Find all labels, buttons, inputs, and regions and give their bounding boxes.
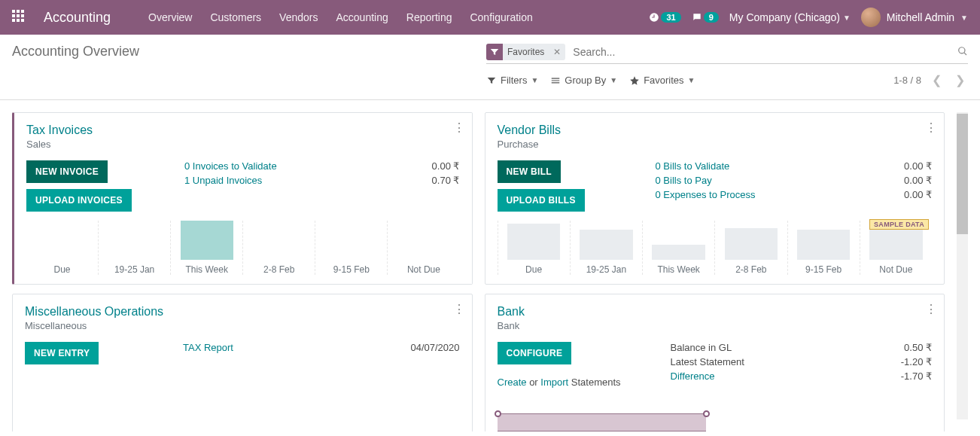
filter-row: Filters ▼ Group By ▼ Favorites ▼ 1-8 / 8… [486, 72, 968, 89]
filters-label: Filters [501, 75, 527, 86]
nav-accounting[interactable]: Accounting [328, 7, 395, 28]
stat-link[interactable]: 1 Unpaid Invoices [184, 175, 262, 186]
card-vendor-bills: ⋮ Vendor Bills Purchase NEW BILL UPLOAD … [485, 112, 945, 285]
stat-value: -1.20 ₹ [901, 356, 932, 367]
chevron-down-icon: ▼ [843, 14, 851, 22]
brand[interactable]: Accounting [44, 10, 111, 26]
difference-link[interactable]: Difference [671, 370, 715, 382]
control-panel: Accounting Overview Favorites ✕ Filters … [0, 35, 980, 93]
chevron-down-icon: ▼ [960, 14, 968, 22]
tax-report-date: 04/07/2020 [410, 342, 459, 353]
company-switcher[interactable]: My Company (Chicago) ▼ [729, 11, 851, 23]
upload-bills-button[interactable]: UPLOAD BILLS [498, 189, 585, 212]
stat-value: -1.70 ₹ [901, 370, 932, 382]
facet-label: Favorites [503, 47, 549, 57]
stat-link[interactable]: 0 Bills to Validate [656, 160, 730, 172]
messages-count: 9 [704, 12, 719, 23]
search-area: Favorites ✕ Filters ▼ Group By ▼ Favorit… [486, 44, 968, 89]
search-input[interactable] [570, 44, 957, 60]
activities-button[interactable]: 31 [649, 12, 680, 23]
nav-vendors[interactable]: Vendors [272, 7, 325, 28]
dashboard-col-left: ⋮ Tax Invoices Sales NEW INVOICE UPLOAD … [12, 112, 473, 419]
star-icon [629, 75, 640, 86]
bar-label: This Week [657, 264, 699, 275]
facet-remove-icon[interactable]: ✕ [549, 47, 565, 57]
statement-actions: Create or Import Statements [498, 377, 621, 388]
clock-icon [649, 12, 659, 23]
pager: 1-8 / 8 ❮ ❯ [893, 72, 968, 89]
pager-count: 1-8 / 8 [893, 75, 921, 86]
apps-icon[interactable] [12, 10, 27, 25]
card-menu-icon[interactable]: ⋮ [925, 120, 936, 135]
card-title[interactable]: Bank [498, 305, 933, 319]
stat-link[interactable]: 0 Bills to Pay [656, 175, 712, 186]
bar-label: 9-15 Feb [805, 264, 842, 275]
configure-button[interactable]: CONFIGURE [498, 342, 572, 364]
card-menu-icon[interactable]: ⋮ [925, 302, 936, 316]
graph-point-icon [703, 410, 710, 417]
stat-label: Balance in GL [671, 342, 732, 353]
card-title[interactable]: Vendor Bills [498, 123, 933, 137]
chat-icon [692, 12, 702, 23]
filter-icon [486, 44, 503, 60]
invoices-chart: Due 19-25 Jan This Week 2-8 Feb 9-15 Feb… [26, 221, 460, 275]
new-entry-button[interactable]: NEW ENTRY [25, 342, 99, 364]
filters-button[interactable]: Filters ▼ [486, 75, 538, 86]
new-invoice-button[interactable]: NEW INVOICE [26, 160, 108, 183]
vertical-scrollbar[interactable] [957, 112, 968, 419]
card-misc-operations: ⋮ Miscellaneous Operations Miscellaneous… [12, 294, 473, 431]
card-title[interactable]: Miscellaneous Operations [25, 305, 460, 319]
stat-link[interactable]: 0 Invoices to Validate [184, 160, 277, 172]
nav-customers[interactable]: Customers [202, 7, 269, 28]
sample-data-badge: SAMPLE DATA [869, 219, 929, 230]
favorites-button[interactable]: Favorites ▼ [629, 75, 695, 86]
funnel-icon [486, 75, 497, 86]
company-name: My Company (Chicago) [729, 11, 840, 23]
card-bank: ⋮ Bank Bank CONFIGURE Create or Import S… [485, 294, 945, 431]
favorites-label: Favorites [644, 75, 683, 86]
import-link[interactable]: Import [540, 377, 568, 388]
search-facet-favorites[interactable]: Favorites ✕ [486, 44, 565, 60]
bar-label: 2-8 Feb [263, 264, 294, 275]
bar-label: Due [525, 264, 542, 275]
messages-button[interactable]: 9 [692, 12, 719, 23]
chevron-down-icon: ▼ [610, 76, 617, 84]
bank-graph [498, 409, 933, 431]
card-title[interactable]: Tax Invoices [26, 123, 460, 137]
graph-point-icon [495, 410, 501, 417]
nav-configuration[interactable]: Configuration [462, 7, 540, 28]
pager-prev[interactable]: ❮ [929, 72, 945, 89]
stat-value: 0.00 ₹ [432, 160, 460, 172]
upload-invoices-button[interactable]: UPLOAD INVOICES [26, 189, 132, 212]
nav-overview[interactable]: Overview [141, 7, 199, 28]
bar-label: Not Due [407, 264, 440, 275]
stat-link[interactable]: 0 Expenses to Process [656, 189, 756, 200]
new-bill-button[interactable]: NEW BILL [498, 160, 561, 183]
topbar-right: 31 9 My Company (Chicago) ▼ Mitchell Adm… [649, 8, 968, 27]
user-menu[interactable]: Mitchell Admin ▼ [861, 8, 968, 27]
card-menu-icon[interactable]: ⋮ [453, 302, 464, 316]
card-tax-invoices: ⋮ Tax Invoices Sales NEW INVOICE UPLOAD … [12, 112, 473, 285]
list-icon [550, 75, 561, 86]
tax-report-link[interactable]: TAX Report [183, 342, 233, 353]
groupby-button[interactable]: Group By ▼ [550, 75, 617, 86]
dashboard-col-right: ⋮ Vendor Bills Purchase NEW BILL UPLOAD … [485, 112, 945, 419]
card-subtitle: Purchase [498, 139, 933, 150]
card-subtitle: Bank [498, 320, 933, 331]
search-icon[interactable] [957, 46, 968, 59]
scrollbar-thumb[interactable] [957, 114, 968, 234]
or-text: or [527, 377, 541, 388]
activities-count: 31 [661, 12, 680, 23]
nav-reporting[interactable]: Reporting [399, 7, 460, 28]
card-menu-icon[interactable]: ⋮ [453, 120, 464, 135]
bar-label: 9-15 Feb [333, 264, 370, 275]
groupby-label: Group By [565, 75, 606, 86]
user-name: Mitchell Admin [887, 11, 954, 23]
stat-value: 0.70 ₹ [432, 175, 460, 186]
create-link[interactable]: Create [498, 377, 527, 388]
card-subtitle: Sales [26, 139, 460, 150]
bar-label: Due [54, 264, 71, 275]
stat-label: Latest Statement [671, 356, 744, 367]
bar-label: This Week [185, 264, 227, 275]
pager-next[interactable]: ❯ [952, 72, 968, 89]
